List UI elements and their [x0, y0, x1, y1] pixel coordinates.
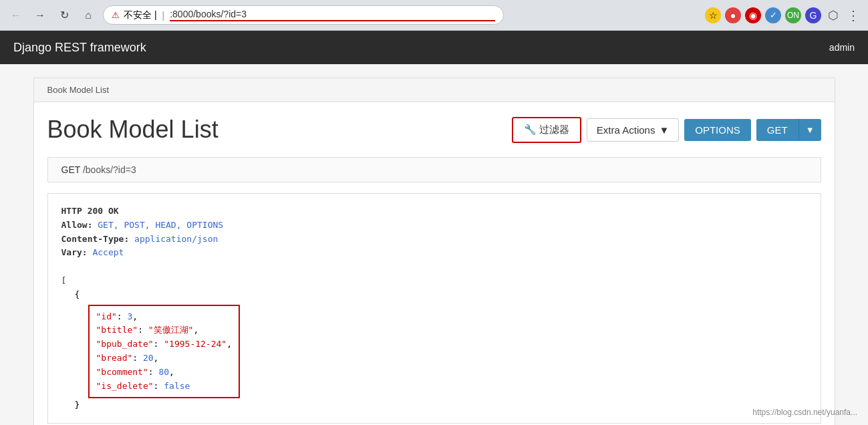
extension-icon-5[interactable]: G: [805, 7, 821, 23]
extra-actions-chevron-icon: ▼: [659, 124, 669, 136]
extension-icon-3[interactable]: ✓: [765, 7, 781, 23]
breadcrumb: Book Model List: [34, 78, 835, 102]
request-path: /books/?id=3: [83, 164, 136, 175]
browser-chrome: ← → ↻ ⌂ ⚠ 不安全 | | :8000/books/?id=3 ☆ ● …: [0, 0, 868, 31]
extra-actions-label: Extra Actions: [597, 124, 656, 136]
json-bread-line: "bread": 20,: [96, 351, 233, 366]
security-warning-text: 不安全 |: [124, 9, 157, 21]
allow-key: Allow:: [61, 220, 98, 230]
get-dropdown-button[interactable]: ▼: [799, 119, 821, 141]
get-button-group: GET ▼: [756, 119, 821, 141]
page-title: Book Model List: [47, 116, 219, 144]
request-method: GET: [61, 164, 81, 175]
puzzle-icon[interactable]: ⬡: [825, 7, 841, 23]
page-content: Book Model List Book Model List 🔧 过滤器 Ex…: [33, 78, 835, 425]
json-btitle-line: "btitle": "笑傲江湖",: [96, 323, 233, 337]
json-highlighted-wrapper: "id": 3, "btitle": "笑傲江湖", "bpub_date": …: [88, 302, 807, 399]
vary-value: Accept: [92, 247, 124, 257]
security-warning-icon: ⚠: [112, 10, 120, 20]
extra-actions-button[interactable]: Extra Actions ▼: [587, 118, 679, 142]
get-button[interactable]: GET: [756, 119, 799, 141]
json-object-open: {: [75, 288, 807, 302]
extension-icon-2[interactable]: ◉: [745, 7, 761, 23]
page-header-row: Book Model List 🔧 过滤器 Extra Actions ▼ OP…: [47, 116, 821, 144]
json-open-bracket: [: [61, 274, 807, 288]
back-button[interactable]: ←: [7, 6, 25, 25]
request-info: GET /books/?id=3: [47, 157, 821, 182]
app-header: Django REST framework admin: [0, 31, 868, 64]
menu-icon[interactable]: ⋮: [845, 7, 861, 23]
home-button[interactable]: ⌂: [79, 6, 98, 25]
json-is-delete-line: "is_delete": false: [96, 380, 233, 394]
content-type-key: Content-Type:: [61, 234, 135, 244]
allow-value: GET, POST, HEAD, OPTIONS: [98, 220, 223, 230]
json-highlighted-box: "id": 3, "btitle": "笑傲江湖", "bpub_date": …: [88, 305, 241, 399]
app-user[interactable]: admin: [829, 42, 855, 53]
address-bar[interactable]: ⚠ 不安全 | | :8000/books/?id=3: [103, 5, 504, 25]
page-main: Book Model List 🔧 过滤器 Extra Actions ▼ OP…: [34, 102, 835, 425]
content-type-value: application/json: [134, 234, 218, 244]
json-id-line: "id": 3,: [96, 310, 233, 324]
extension-icon-4[interactable]: ON: [785, 7, 801, 23]
browser-actions: ☆ ● ◉ ✓ ON G ⬡ ⋮: [705, 7, 861, 23]
http-status: HTTP 200 OK: [61, 206, 119, 216]
reload-button[interactable]: ↻: [55, 6, 74, 25]
address-text: :8000/books/?id=3: [170, 9, 495, 21]
watermark: https://blog.csdn.net/yuanfa...: [747, 405, 863, 420]
filter-button[interactable]: 🔧 过滤器: [512, 117, 581, 143]
json-bpub-date-line: "bpub_date": "1995-12-24",: [96, 337, 233, 351]
app-title: Django REST framework: [13, 41, 146, 55]
options-button[interactable]: OPTIONS: [684, 119, 751, 141]
json-bcomment-line: "bcomment": 80,: [96, 366, 233, 380]
bookmark-icon[interactable]: ☆: [705, 7, 721, 23]
response-body: HTTP 200 OK Allow: GET, POST, HEAD, OPTI…: [47, 193, 821, 424]
address-separator: |: [162, 10, 165, 21]
json-object-close: }: [75, 398, 807, 412]
vary-key: Vary:: [61, 247, 93, 257]
forward-button[interactable]: →: [31, 6, 49, 25]
extension-icon-1[interactable]: ●: [725, 7, 741, 23]
action-buttons: 🔧 过滤器 Extra Actions ▼ OPTIONS GET ▼: [512, 117, 821, 143]
